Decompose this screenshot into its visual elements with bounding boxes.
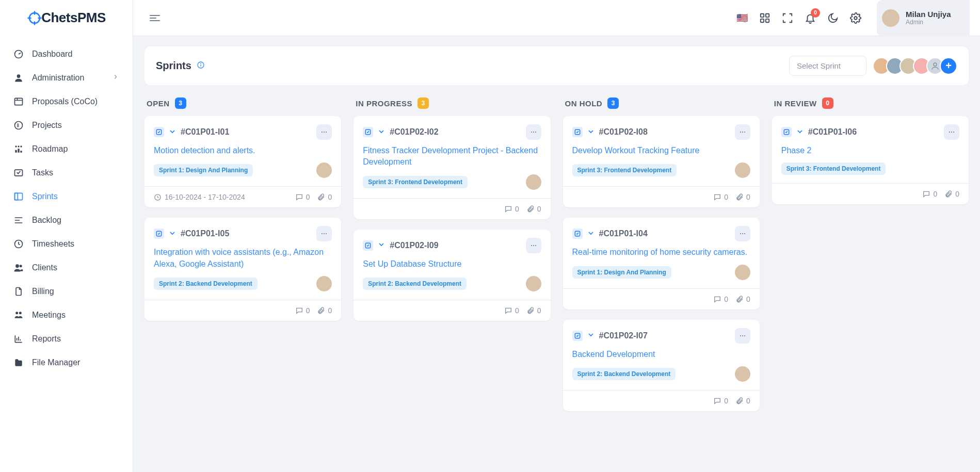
chevron-down-icon[interactable] [377, 127, 385, 137]
comments-count[interactable]: 0 [922, 190, 937, 198]
sidebar-item-billing[interactable]: Billing [0, 280, 133, 303]
card-title[interactable]: Real-time monitoring of home security ca… [572, 247, 750, 258]
add-member-button[interactable]: + [940, 57, 957, 75]
menu-toggle[interactable] [149, 12, 161, 24]
card-title[interactable]: Integration with voice assistants (e.g.,… [154, 247, 332, 270]
chevron-down-icon[interactable] [796, 127, 804, 137]
apps-icon[interactable] [759, 12, 770, 24]
flag-icon[interactable]: 🇺🇸 [736, 12, 748, 24]
attachments-count[interactable]: 0 [317, 306, 332, 315]
sprint-card[interactable]: #C01P01-I01Motion detection and alerts.S… [144, 116, 341, 207]
sprint-tag[interactable]: Sprint 2: Backend Development [572, 368, 676, 380]
bell-icon[interactable]: 0 [805, 12, 816, 24]
attachments-count[interactable]: 0 [735, 397, 750, 405]
member-avatars[interactable]: + [873, 57, 957, 75]
card-title[interactable]: Set Up Database Structure [363, 258, 541, 270]
card-title[interactable]: Motion detection and alerts. [154, 145, 332, 156]
sprint-card[interactable]: #C01P02-I07Backend DevelopmentSprint 2: … [563, 320, 760, 411]
comments-count[interactable]: 0 [295, 193, 310, 201]
assignee-avatar[interactable] [526, 174, 541, 190]
sidebar-item-sprints[interactable]: Sprints [0, 185, 133, 208]
comments-count[interactable]: 0 [713, 397, 728, 405]
card-more-button[interactable] [735, 226, 750, 241]
card-more-button[interactable] [526, 238, 541, 253]
sidebar-item-tasks[interactable]: Tasks [0, 161, 133, 185]
logo[interactable]: ChetsPMS [0, 0, 133, 36]
chevron-down-icon[interactable] [587, 331, 595, 340]
sprint-card[interactable]: #C01P01-I04Real-time monitoring of home … [563, 218, 760, 309]
comments-count[interactable]: 0 [504, 306, 519, 315]
card-more-button[interactable] [316, 226, 332, 241]
sidebar-item-dashboard[interactable]: Dashboard [0, 42, 133, 66]
sidebar-item-reports[interactable]: Reports [0, 327, 133, 351]
sprint-card[interactable]: #C01P02-I09Set Up Database StructureSpri… [354, 230, 550, 321]
nav-icon [13, 120, 24, 131]
nav-icon [13, 215, 24, 225]
assignee-avatar[interactable] [735, 265, 750, 280]
sprint-select[interactable]: Select Sprint [789, 56, 866, 76]
nav-label: Clients [32, 263, 57, 272]
card-title[interactable]: Develop Workout Tracking Feature [572, 145, 750, 156]
card-title[interactable]: Phase 2 [781, 145, 959, 156]
dark-mode-icon[interactable] [827, 12, 839, 24]
attachments-count[interactable]: 0 [735, 193, 750, 201]
chevron-down-icon[interactable] [168, 127, 176, 137]
chevron-down-icon[interactable] [168, 229, 176, 239]
attachments-count[interactable]: 0 [735, 295, 750, 303]
card-more-button[interactable] [735, 328, 750, 344]
card-more-button[interactable] [526, 124, 541, 140]
sidebar-item-timesheets[interactable]: Timesheets [0, 232, 133, 256]
sprint-card[interactable]: #C01P02-I02Fitness Tracker Development P… [354, 116, 550, 219]
sprint-tag[interactable]: Sprint 3: Frontend Development [572, 164, 677, 176]
sprint-card[interactable]: #C01P02-I08Develop Workout Tracking Feat… [563, 116, 760, 207]
comments-count[interactable]: 0 [504, 205, 519, 213]
sidebar-item-backlog[interactable]: Backlog [0, 208, 133, 232]
svg-point-48 [744, 132, 745, 133]
sidebar-item-meetings[interactable]: Meetings [0, 303, 133, 327]
card-title[interactable]: Backend Development [572, 349, 750, 360]
sprint-card[interactable]: #C01P01-I05Integration with voice assist… [144, 218, 341, 321]
nav-label: Projects [32, 121, 62, 130]
sprint-tag[interactable]: Sprint 2: Backend Development [363, 278, 467, 290]
sidebar-item-roadmap[interactable]: Roadmap [0, 137, 133, 161]
settings-icon[interactable] [850, 12, 861, 24]
comments-count[interactable]: 0 [713, 295, 728, 303]
sidebar-item-administration[interactable]: Administration [0, 66, 133, 90]
attachments-count[interactable]: 0 [317, 193, 332, 201]
svg-point-36 [326, 233, 327, 234]
chevron-down-icon[interactable] [587, 127, 595, 137]
sidebar-item-proposals-coco[interactable]: Proposals (CoCo) [0, 90, 133, 113]
sidebar-item-clients[interactable]: Clients [0, 256, 133, 280]
card-more-button[interactable] [735, 124, 750, 140]
attachments-count[interactable]: 0 [526, 205, 541, 213]
sidebar-item-file-manager[interactable]: File Manager [0, 351, 133, 375]
fullscreen-icon[interactable] [782, 12, 793, 24]
assignee-avatar[interactable] [735, 366, 750, 382]
attachments-count[interactable]: 0 [944, 190, 959, 198]
sprint-tag[interactable]: Sprint 1: Design And Planning [154, 164, 253, 176]
sprint-tag[interactable]: Sprint 3: Frontend Development [363, 176, 468, 188]
sprint-tag[interactable]: Sprint 3: Frontend Development [781, 162, 886, 175]
sprint-tag[interactable]: Sprint 2: Backend Development [154, 278, 258, 290]
sprint-tag[interactable]: Sprint 1: Design And Planning [572, 266, 671, 279]
svg-point-59 [951, 132, 952, 133]
assignee-avatar[interactable] [316, 276, 332, 291]
comments-count[interactable]: 0 [295, 306, 310, 315]
info-icon[interactable] [197, 61, 205, 71]
card-id: #C01P02-I09 [390, 241, 438, 250]
card-more-button[interactable] [316, 124, 332, 140]
card-more-button[interactable] [944, 124, 959, 140]
user-menu[interactable]: Milan Unjiya Admin [877, 0, 970, 36]
task-type-icon [154, 127, 164, 137]
comments-count[interactable]: 0 [713, 193, 728, 201]
chevron-down-icon[interactable] [587, 229, 595, 239]
chevron-down-icon[interactable] [377, 240, 385, 250]
sprint-card[interactable]: #C01P01-I06Phase 2Sprint 3: Frontend Dev… [772, 116, 969, 204]
page-header: Sprints Select Sprint + [144, 46, 969, 85]
card-title[interactable]: Fitness Tracker Development Project - Ba… [363, 145, 541, 168]
assignee-avatar[interactable] [526, 276, 541, 291]
assignee-avatar[interactable] [316, 162, 332, 178]
attachments-count[interactable]: 0 [526, 306, 541, 315]
assignee-avatar[interactable] [735, 162, 750, 178]
sidebar-item-projects[interactable]: Projects [0, 113, 133, 137]
